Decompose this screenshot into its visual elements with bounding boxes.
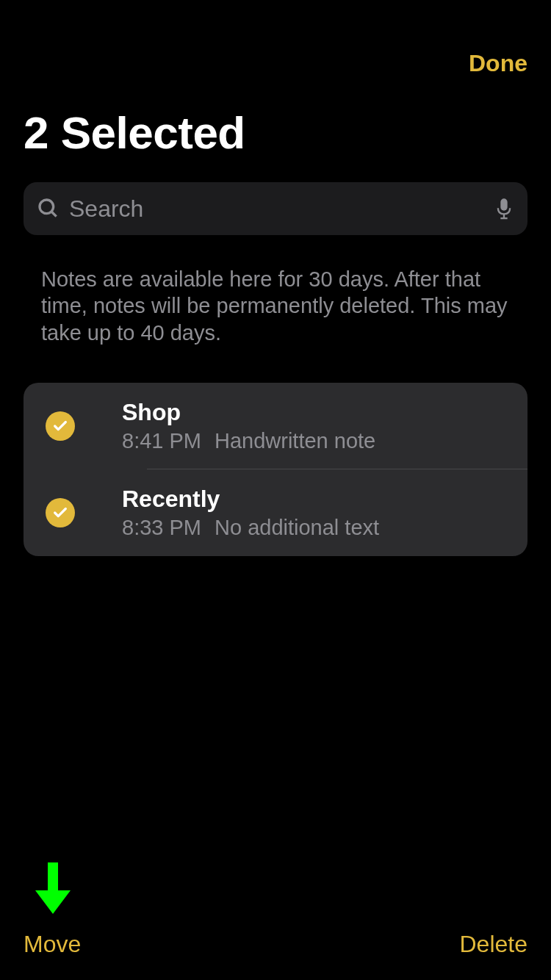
note-preview: No additional text — [215, 516, 379, 540]
arrow-down-indicator — [35, 862, 71, 914]
note-title: Recently — [122, 486, 513, 513]
note-title: Shop — [122, 399, 513, 426]
note-item[interactable]: Shop 8:41 PM Handwritten note — [24, 383, 527, 469]
svg-rect-5 — [48, 862, 58, 893]
search-field[interactable] — [24, 182, 527, 235]
svg-rect-2 — [500, 198, 507, 210]
note-time: 8:41 PM — [122, 429, 201, 453]
note-content: Recently 8:33 PM No additional text — [122, 486, 513, 540]
bottom-toolbar: Move Delete — [0, 912, 551, 980]
svg-marker-6 — [35, 890, 71, 914]
header-bar: Done — [0, 0, 551, 77]
info-message: Notes are available here for 30 days. Af… — [0, 235, 551, 368]
note-subtitle: 8:33 PM No additional text — [122, 516, 513, 540]
microphone-icon[interactable] — [494, 197, 514, 220]
search-icon — [37, 197, 60, 220]
note-subtitle: 8:41 PM Handwritten note — [122, 429, 513, 453]
note-item[interactable]: Recently 8:33 PM No additional text — [24, 469, 527, 556]
svg-point-0 — [40, 200, 54, 214]
notes-list: Shop 8:41 PM Handwritten note Recently 8… — [24, 383, 527, 556]
done-button[interactable]: Done — [469, 50, 527, 77]
checkmark-selected-icon[interactable] — [46, 498, 75, 527]
move-button[interactable]: Move — [24, 931, 81, 958]
delete-button[interactable]: Delete — [460, 931, 528, 958]
search-input[interactable] — [69, 195, 494, 223]
note-preview: Handwritten note — [215, 429, 375, 453]
svg-line-1 — [51, 212, 57, 217]
page-title: 2 Selected — [0, 77, 551, 173]
note-content: Shop 8:41 PM Handwritten note — [122, 399, 513, 453]
checkmark-selected-icon[interactable] — [46, 411, 75, 441]
note-time: 8:33 PM — [122, 516, 201, 540]
